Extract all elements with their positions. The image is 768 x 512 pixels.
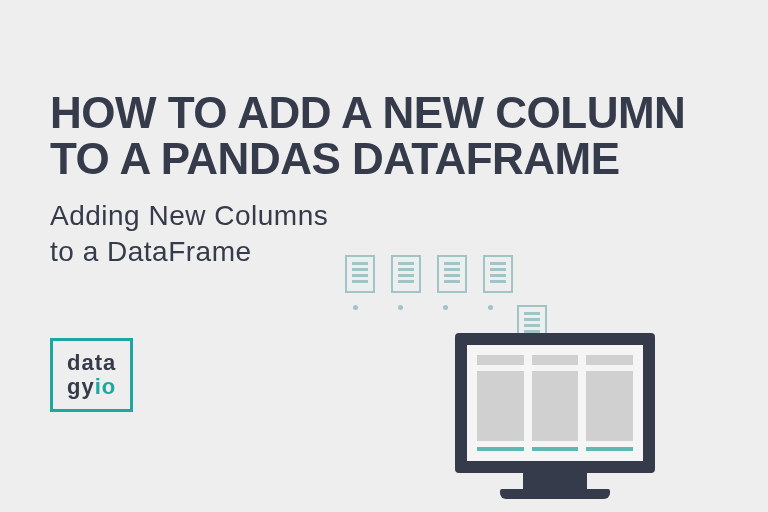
subtitle-line-2: to a DataFrame xyxy=(50,234,328,270)
logo-line-1: data xyxy=(67,351,116,375)
monitor-stand xyxy=(523,473,587,489)
dots-icon xyxy=(353,305,493,310)
monitor-icon xyxy=(455,333,655,499)
document-icon xyxy=(345,255,375,293)
illustration xyxy=(345,255,745,495)
title-line-2: TO A PANDAS DATAFRAME xyxy=(50,136,685,182)
monitor-screen xyxy=(467,345,643,461)
monitor-screen-frame xyxy=(455,333,655,473)
column-icon xyxy=(477,355,524,451)
page-subtitle: Adding New Columns to a DataFrame xyxy=(50,198,328,271)
document-icon xyxy=(437,255,467,293)
document-icon xyxy=(483,255,513,293)
monitor-base xyxy=(500,489,610,499)
title-line-1: HOW TO ADD A NEW COLUMN xyxy=(50,90,685,136)
logo-line-2: gyio xyxy=(67,375,116,399)
column-icon xyxy=(586,355,633,451)
column-icon xyxy=(532,355,579,451)
datagy-logo: data gyio xyxy=(50,338,133,412)
page-title: HOW TO ADD A NEW COLUMN TO A PANDAS DATA… xyxy=(50,90,685,182)
subtitle-line-1: Adding New Columns xyxy=(50,198,328,234)
document-icon xyxy=(391,255,421,293)
